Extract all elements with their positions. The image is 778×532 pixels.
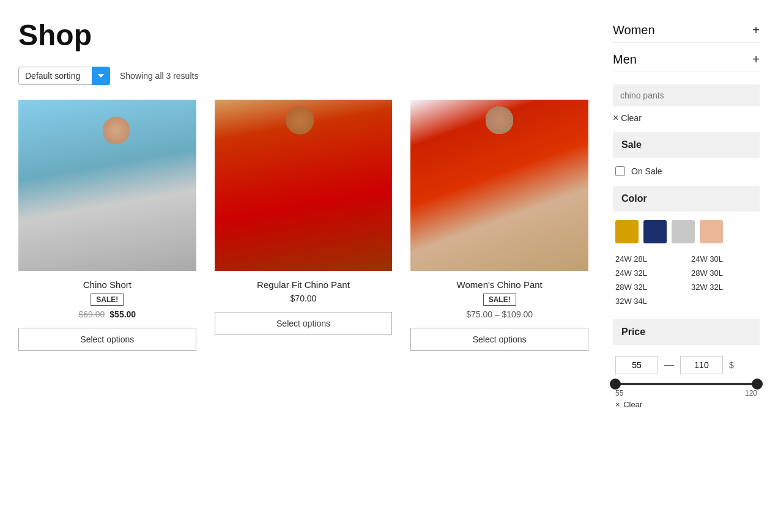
category-section-women: Women + xyxy=(613,18,760,43)
product-name: Women's Chino Pant xyxy=(457,279,543,290)
sale-badge: SALE! xyxy=(483,294,516,306)
size-option-32w-32l[interactable]: 32W 32L xyxy=(691,281,757,293)
price-slider-thumb-min[interactable] xyxy=(610,379,621,390)
color-swatches xyxy=(613,218,760,251)
price-original: $69.00 xyxy=(79,309,105,319)
on-sale-checkbox[interactable] xyxy=(615,166,625,176)
color-swatch-gold[interactable] xyxy=(615,220,639,243)
on-sale-row: On Sale xyxy=(613,164,760,181)
price-inputs: — $ xyxy=(615,356,757,374)
price-dash: — xyxy=(664,360,674,371)
product-name: Regular Fit Chino Pant xyxy=(257,279,350,290)
sidebar-category-label-women: Women xyxy=(613,23,655,37)
size-grid: 24W 28L 24W 30L 24W 32L 28W 30L 28W 32L … xyxy=(613,251,760,314)
category-section-men: Men + xyxy=(613,48,760,72)
price-clear-button[interactable]: × Clear xyxy=(615,400,757,409)
price-regular: $70.00 xyxy=(291,294,317,303)
size-option-24w-32l[interactable]: 24W 32L xyxy=(615,267,681,279)
sort-select[interactable]: Default sorting xyxy=(18,67,110,85)
size-option-28w-32l[interactable]: 28W 32L xyxy=(615,281,681,293)
product-image-wrapper xyxy=(410,100,588,271)
product-image-wrapper xyxy=(215,100,393,271)
size-option-28w-30l[interactable]: 28W 30L xyxy=(691,267,757,279)
price-row: $75.00 – $109.00 xyxy=(466,309,533,319)
price-slider-track xyxy=(615,383,757,385)
products-grid: Chino Short SALE! $69.00 $55.00 Select o… xyxy=(18,100,588,351)
sidebar: Women + Men + × Clear Sale On Sale Color xyxy=(613,18,760,416)
sale-badge: SALE! xyxy=(91,294,124,306)
price-range-min-label: 55 xyxy=(615,389,623,397)
clear-filter-label: Clear xyxy=(621,113,641,123)
sort-select-wrapper: Default sorting xyxy=(18,67,110,85)
results-count: Showing all 3 results xyxy=(120,71,198,81)
price-range: $75.00 – $109.00 xyxy=(466,309,533,319)
select-options-button-3[interactable]: Select options xyxy=(410,328,588,351)
color-section-header: Color xyxy=(613,186,760,212)
on-sale-label[interactable]: On Sale xyxy=(631,166,662,176)
select-options-button-2[interactable]: Select options xyxy=(215,312,393,335)
size-option-24w-28l[interactable]: 24W 28L xyxy=(615,253,681,265)
color-swatch-peach[interactable] xyxy=(700,220,723,243)
price-x-icon: × xyxy=(615,400,620,409)
price-min-input[interactable] xyxy=(615,356,658,374)
price-slider-thumb-max[interactable] xyxy=(752,379,763,390)
color-swatch-navy[interactable] xyxy=(643,220,667,243)
price-slider-fill xyxy=(615,383,757,385)
price-filter: — $ 55 120 × Clear xyxy=(613,351,760,416)
plus-icon-women: + xyxy=(752,23,760,37)
size-option-32w-34l[interactable]: 32W 34L xyxy=(615,295,681,307)
color-swatch-light-gray[interactable] xyxy=(672,220,695,243)
product-image-regular-fit xyxy=(215,100,393,271)
product-image-wrapper xyxy=(18,100,196,271)
price-currency: $ xyxy=(729,360,734,370)
size-option-24w-30l[interactable]: 24W 30L xyxy=(691,253,757,265)
product-card-chino-short: Chino Short SALE! $69.00 $55.00 Select o… xyxy=(18,100,196,351)
product-image-womens-chino xyxy=(410,100,588,271)
price-row: $70.00 xyxy=(291,294,317,303)
toolbar: Default sorting Showing all 3 results xyxy=(18,67,588,85)
product-card-regular-fit: Regular Fit Chino Pant $70.00 Select opt… xyxy=(215,100,393,351)
select-options-button-1[interactable]: Select options xyxy=(18,328,196,351)
product-card-womens-chino: Women's Chino Pant SALE! $75.00 – $109.0… xyxy=(410,100,588,351)
price-section-header: Price xyxy=(613,319,760,345)
price-clear-label: Clear xyxy=(623,400,642,409)
product-image-chino-short xyxy=(18,100,196,271)
x-icon: × xyxy=(613,113,618,124)
price-sale: $55.00 xyxy=(109,309,136,319)
price-range-max-label: 120 xyxy=(745,389,757,397)
sidebar-item-women[interactable]: Women + xyxy=(613,18,760,43)
sale-section-header: Sale xyxy=(613,132,760,158)
price-max-input[interactable] xyxy=(680,356,723,374)
page-title: Shop xyxy=(18,18,588,52)
product-name: Chino Short xyxy=(83,279,132,290)
price-row: $69.00 $55.00 xyxy=(79,309,136,319)
sidebar-category-label-men: Men xyxy=(613,53,637,67)
plus-icon-men: + xyxy=(752,53,760,67)
sidebar-item-men[interactable]: Men + xyxy=(613,48,760,72)
main-content: Shop Default sorting Showing all 3 resul… xyxy=(18,18,588,416)
price-range-labels: 55 120 xyxy=(615,389,757,397)
clear-filter-button[interactable]: × Clear xyxy=(613,109,760,127)
sidebar-search-input[interactable] xyxy=(613,84,760,106)
